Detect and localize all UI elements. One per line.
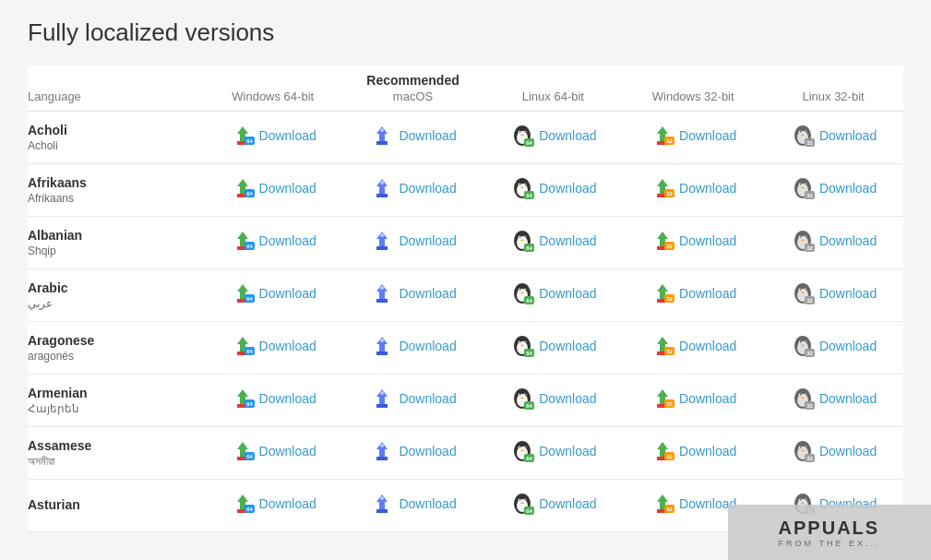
- svg-point-25: [806, 131, 807, 133]
- table-row: Assamese অসমীয়া 64 Download Download: [28, 427, 903, 480]
- linux32-download-link[interactable]: 32 Download: [790, 438, 877, 464]
- page-title: Fully localized versions: [28, 18, 903, 47]
- linux64-label: Download: [539, 339, 596, 353]
- svg-point-93: [380, 286, 384, 290]
- linux32-download-link[interactable]: 32 Download: [790, 386, 877, 411]
- win32-cell-4: 32 Download: [623, 322, 763, 375]
- linux32-icon: 32: [790, 333, 816, 359]
- mac-download-link[interactable]: Download: [369, 491, 456, 517]
- win32-label: Download: [679, 391, 736, 406]
- mac-download-link[interactable]: Download: [369, 333, 456, 359]
- win64-download-link[interactable]: 64 Download: [230, 386, 316, 411]
- lang-cell-4: Aragonese aragonés: [28, 322, 203, 375]
- svg-text:32: 32: [666, 191, 673, 197]
- win32-download-link[interactable]: 32 Download: [650, 491, 736, 517]
- win64-label: Download: [259, 339, 316, 353]
- linux32-download-link[interactable]: 32 Download: [790, 175, 877, 201]
- mac-label: Download: [399, 233, 456, 248]
- linux64-cell-1: 64 Download: [483, 164, 623, 217]
- linux64-download-link[interactable]: 64 Download: [509, 280, 596, 306]
- win64-download-link[interactable]: 64 Download: [230, 280, 316, 306]
- svg-text:64: 64: [246, 191, 253, 197]
- svg-point-112: [806, 289, 807, 291]
- linux64-icon: 64: [509, 491, 535, 517]
- win64-label: Download: [259, 286, 316, 301]
- mac-download-link[interactable]: Download: [369, 280, 456, 306]
- svg-text:32: 32: [666, 454, 673, 459]
- linux64-icon: 64: [509, 228, 535, 254]
- svg-rect-121: [376, 351, 388, 355]
- linux32-cell-2: 32 Download: [763, 217, 903, 269]
- mac-download-link[interactable]: Download: [369, 386, 456, 411]
- win64-download-link[interactable]: 64 Download: [230, 123, 316, 149]
- svg-point-157: [525, 394, 527, 396]
- win64-label: Download: [259, 496, 316, 511]
- win32-download-link[interactable]: 32 Download: [650, 175, 736, 201]
- win64-cell-5: 64 Download: [203, 375, 343, 427]
- linux32-download-link[interactable]: 32 Download: [790, 280, 877, 306]
- mac-download-link[interactable]: Download: [369, 228, 456, 254]
- win32-download-link[interactable]: 32 Download: [650, 333, 736, 359]
- linux32-icon: 32: [790, 386, 816, 411]
- header-row: Language Windows 64-bit macOS Linux 64-b…: [28, 88, 903, 112]
- win64-icon: 64: [230, 386, 256, 411]
- col-language: Language: [28, 88, 203, 112]
- linux64-cell-2: 64 Download: [483, 217, 623, 269]
- linux32-download-link[interactable]: 32 Download: [790, 228, 877, 254]
- win64-download-link[interactable]: 64 Download: [230, 438, 316, 464]
- win32-label: Download: [679, 339, 736, 353]
- linux64-download-link[interactable]: 64 Download: [509, 386, 596, 411]
- win64-download-link[interactable]: 64 Download: [230, 491, 316, 517]
- linux64-download-link[interactable]: 64 Download: [509, 491, 596, 517]
- linux64-download-link[interactable]: 64 Download: [509, 123, 596, 149]
- mac-download-link[interactable]: Download: [369, 438, 456, 464]
- mac-cell-7: Download: [343, 480, 483, 532]
- mac-label: Download: [399, 286, 456, 301]
- win32-download-link[interactable]: 32 Download: [650, 280, 736, 306]
- svg-text:32: 32: [806, 456, 813, 461]
- win32-label: Download: [679, 181, 736, 196]
- svg-text:64: 64: [526, 456, 532, 461]
- svg-point-54: [806, 184, 807, 185]
- win32-cell-1: 32 Download: [623, 164, 763, 217]
- linux64-cell-7: 64 Download: [483, 480, 623, 532]
- linux64-download-link[interactable]: 64 Download: [509, 175, 596, 201]
- svg-text:32: 32: [806, 351, 813, 356]
- linux32-header-empty: [763, 66, 903, 88]
- table-row: Albanian Shqip 64 Download Download: [28, 217, 903, 269]
- win32-cell-0: 32 Download: [623, 112, 763, 164]
- lang-name: Acholi: [28, 123, 194, 137]
- win64-label: Download: [259, 233, 316, 248]
- win32-download-link[interactable]: 32 Download: [650, 228, 736, 254]
- svg-point-186: [525, 447, 527, 448]
- svg-point-140: [800, 341, 802, 343]
- linux64-download-link[interactable]: 64 Download: [509, 438, 596, 464]
- svg-point-209: [380, 496, 384, 500]
- linux64-download-link[interactable]: 64 Download: [509, 333, 596, 359]
- mac-cell-0: Download: [343, 112, 483, 164]
- win64-download-link[interactable]: 64 Download: [230, 333, 316, 359]
- linux64-icon: 64: [509, 123, 535, 149]
- mac-icon: [369, 333, 395, 359]
- svg-point-53: [800, 184, 802, 185]
- linux32-download-link[interactable]: 32 Download: [790, 123, 877, 149]
- win32-download-link[interactable]: 32 Download: [650, 123, 736, 149]
- linux32-download-link[interactable]: 32 Download: [790, 333, 877, 359]
- win32-download-link[interactable]: 32 Download: [650, 386, 736, 411]
- win32-download-link[interactable]: 32 Download: [650, 438, 736, 464]
- mac-cell-2: Download: [343, 217, 483, 269]
- win64-cell-2: 64 Download: [203, 217, 343, 269]
- win64-download-link[interactable]: 64 Download: [230, 175, 316, 201]
- mac-download-link[interactable]: Download: [369, 123, 456, 149]
- win32-cell-5: 32 Download: [623, 375, 763, 427]
- mac-download-link[interactable]: Download: [369, 175, 456, 201]
- svg-text:64: 64: [246, 506, 253, 512]
- linux64-download-link[interactable]: 64 Download: [509, 228, 596, 254]
- win64-cell-4: 64 Download: [203, 322, 343, 375]
- svg-text:32: 32: [806, 298, 813, 304]
- col-mac: macOS: [343, 88, 483, 112]
- linux64-icon: 64: [509, 438, 535, 464]
- svg-point-198: [800, 447, 802, 448]
- win64-download-link[interactable]: 64 Download: [230, 228, 316, 254]
- win32-icon: 32: [650, 280, 675, 306]
